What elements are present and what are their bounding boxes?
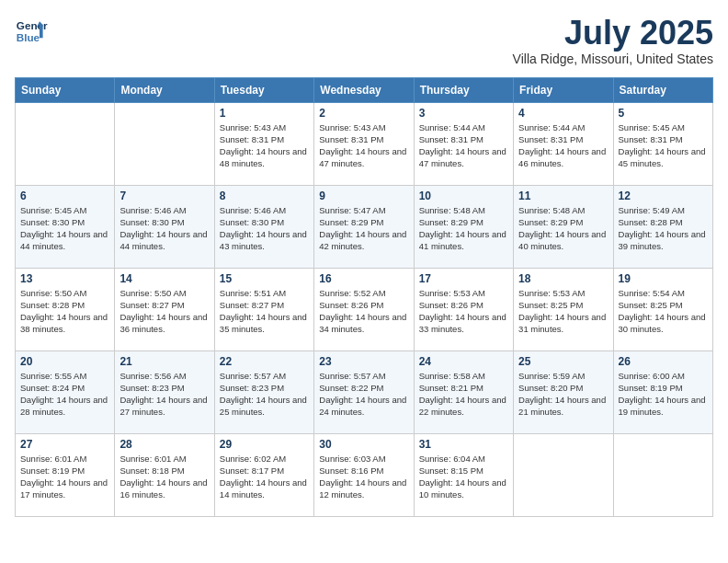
calendar-cell: 28Sunrise: 6:01 AMSunset: 8:18 PMDayligh… <box>115 433 214 516</box>
calendar-cell: 18Sunrise: 5:53 AMSunset: 8:25 PMDayligh… <box>514 268 613 350</box>
day-number: 10 <box>419 190 508 202</box>
day-detail: Sunrise: 5:55 AMSunset: 8:24 PMDaylight:… <box>20 370 109 419</box>
day-detail: Sunrise: 5:56 AMSunset: 8:23 PMDaylight:… <box>119 370 209 419</box>
weekday-header-wednesday: Wednesday <box>314 77 414 102</box>
calendar-week-3: 13Sunrise: 5:50 AMSunset: 8:28 PMDayligh… <box>16 268 713 350</box>
day-number: 25 <box>518 355 608 368</box>
day-number: 16 <box>319 272 408 285</box>
calendar-cell: 16Sunrise: 5:52 AMSunset: 8:26 PMDayligh… <box>314 268 414 350</box>
svg-text:General: General <box>17 19 48 31</box>
day-detail: Sunrise: 5:49 AMSunset: 8:28 PMDaylight:… <box>619 204 708 253</box>
day-number: 26 <box>619 355 708 368</box>
day-detail: Sunrise: 5:57 AMSunset: 8:23 PMDaylight:… <box>220 370 309 419</box>
day-detail: Sunrise: 6:02 AMSunset: 8:17 PMDaylight:… <box>220 453 309 501</box>
calendar-cell: 13Sunrise: 5:50 AMSunset: 8:28 PMDayligh… <box>16 268 115 350</box>
day-detail: Sunrise: 5:47 AMSunset: 8:29 PMDaylight:… <box>319 204 408 253</box>
day-number: 19 <box>619 272 708 285</box>
day-number: 6 <box>20 190 109 202</box>
day-number: 2 <box>319 107 408 120</box>
weekday-header-monday: Monday <box>115 77 214 102</box>
day-number: 7 <box>119 190 209 202</box>
day-number: 22 <box>220 355 309 368</box>
day-number: 12 <box>619 190 708 202</box>
calendar-cell: 8Sunrise: 5:46 AMSunset: 8:30 PMDaylight… <box>214 185 313 268</box>
day-number: 29 <box>220 438 309 451</box>
day-detail: Sunrise: 5:45 AMSunset: 8:31 PMDaylight:… <box>619 121 708 170</box>
calendar-cell <box>613 433 712 516</box>
calendar-cell: 26Sunrise: 6:00 AMSunset: 8:19 PMDayligh… <box>613 350 712 433</box>
day-detail: Sunrise: 6:00 AMSunset: 8:19 PMDaylight:… <box>619 370 708 419</box>
day-detail: Sunrise: 5:53 AMSunset: 8:26 PMDaylight:… <box>419 287 508 336</box>
calendar-cell: 10Sunrise: 5:48 AMSunset: 8:29 PMDayligh… <box>414 185 513 268</box>
day-detail: Sunrise: 5:59 AMSunset: 8:20 PMDaylight:… <box>518 370 608 419</box>
day-number: 20 <box>20 355 109 368</box>
calendar-cell <box>514 433 613 516</box>
calendar-cell: 9Sunrise: 5:47 AMSunset: 8:29 PMDaylight… <box>314 185 414 268</box>
calendar-cell: 21Sunrise: 5:56 AMSunset: 8:23 PMDayligh… <box>115 350 214 433</box>
day-number: 30 <box>319 438 408 451</box>
calendar-week-1: 1Sunrise: 5:43 AMSunset: 8:31 PMDaylight… <box>16 102 713 185</box>
day-detail: Sunrise: 5:46 AMSunset: 8:30 PMDaylight:… <box>119 204 209 253</box>
calendar-week-4: 20Sunrise: 5:55 AMSunset: 8:24 PMDayligh… <box>16 350 713 433</box>
month-title: July 2025 <box>513 15 713 52</box>
day-detail: Sunrise: 5:45 AMSunset: 8:30 PMDaylight:… <box>20 204 109 253</box>
weekday-header-tuesday: Tuesday <box>214 77 313 102</box>
day-number: 1 <box>220 107 309 120</box>
day-detail: Sunrise: 6:01 AMSunset: 8:18 PMDaylight:… <box>119 453 209 501</box>
calendar-cell: 22Sunrise: 5:57 AMSunset: 8:23 PMDayligh… <box>214 350 313 433</box>
day-detail: Sunrise: 5:48 AMSunset: 8:29 PMDaylight:… <box>518 204 608 253</box>
day-number: 11 <box>518 190 608 202</box>
calendar-cell: 12Sunrise: 5:49 AMSunset: 8:28 PMDayligh… <box>613 185 712 268</box>
day-detail: Sunrise: 6:04 AMSunset: 8:15 PMDaylight:… <box>419 453 508 501</box>
calendar-cell: 29Sunrise: 6:02 AMSunset: 8:17 PMDayligh… <box>214 433 313 516</box>
day-detail: Sunrise: 5:44 AMSunset: 8:31 PMDaylight:… <box>518 121 608 170</box>
day-detail: Sunrise: 5:43 AMSunset: 8:31 PMDaylight:… <box>220 121 309 170</box>
weekday-header-saturday: Saturday <box>613 77 712 102</box>
day-number: 15 <box>220 272 309 285</box>
day-detail: Sunrise: 6:01 AMSunset: 8:19 PMDaylight:… <box>20 453 109 501</box>
calendar-cell: 19Sunrise: 5:54 AMSunset: 8:25 PMDayligh… <box>613 268 712 350</box>
calendar-cell: 11Sunrise: 5:48 AMSunset: 8:29 PMDayligh… <box>514 185 613 268</box>
day-detail: Sunrise: 5:48 AMSunset: 8:29 PMDaylight:… <box>419 204 508 253</box>
weekday-header-friday: Friday <box>514 77 613 102</box>
day-detail: Sunrise: 5:58 AMSunset: 8:21 PMDaylight:… <box>419 370 508 419</box>
calendar-cell: 5Sunrise: 5:45 AMSunset: 8:31 PMDaylight… <box>613 102 712 185</box>
day-number: 8 <box>220 190 309 202</box>
day-number: 31 <box>419 438 508 451</box>
day-detail: Sunrise: 5:52 AMSunset: 8:26 PMDaylight:… <box>319 287 408 336</box>
day-number: 9 <box>319 190 408 202</box>
day-number: 27 <box>20 438 109 451</box>
day-number: 5 <box>619 107 708 120</box>
weekday-header-row: SundayMondayTuesdayWednesdayThursdayFrid… <box>16 77 713 102</box>
day-detail: Sunrise: 5:46 AMSunset: 8:30 PMDaylight:… <box>220 204 309 253</box>
calendar-week-5: 27Sunrise: 6:01 AMSunset: 8:19 PMDayligh… <box>16 433 713 516</box>
title-block: July 2025 Villa Ridge, Missouri, United … <box>513 15 713 66</box>
day-number: 3 <box>419 107 508 120</box>
location: Villa Ridge, Missouri, United States <box>513 52 713 66</box>
calendar-cell: 25Sunrise: 5:59 AMSunset: 8:20 PMDayligh… <box>514 350 613 433</box>
day-number: 28 <box>119 438 209 451</box>
calendar-cell <box>115 102 214 185</box>
calendar-cell: 17Sunrise: 5:53 AMSunset: 8:26 PMDayligh… <box>414 268 513 350</box>
day-detail: Sunrise: 6:03 AMSunset: 8:16 PMDaylight:… <box>319 453 408 501</box>
calendar-cell: 24Sunrise: 5:58 AMSunset: 8:21 PMDayligh… <box>414 350 513 433</box>
svg-text:Blue: Blue <box>17 31 40 43</box>
day-detail: Sunrise: 5:54 AMSunset: 8:25 PMDaylight:… <box>619 287 708 336</box>
day-detail: Sunrise: 5:43 AMSunset: 8:31 PMDaylight:… <box>319 121 408 170</box>
logo: General Blue <box>15 15 51 48</box>
weekday-header-sunday: Sunday <box>16 77 115 102</box>
calendar-cell: 14Sunrise: 5:50 AMSunset: 8:27 PMDayligh… <box>115 268 214 350</box>
day-number: 14 <box>119 272 209 285</box>
page-header: General Blue July 2025 Villa Ridge, Miss… <box>15 15 713 66</box>
day-number: 18 <box>518 272 608 285</box>
calendar-cell: 27Sunrise: 6:01 AMSunset: 8:19 PMDayligh… <box>16 433 115 516</box>
calendar-cell: 15Sunrise: 5:51 AMSunset: 8:27 PMDayligh… <box>214 268 313 350</box>
day-detail: Sunrise: 5:53 AMSunset: 8:25 PMDaylight:… <box>518 287 608 336</box>
day-detail: Sunrise: 5:44 AMSunset: 8:31 PMDaylight:… <box>419 121 508 170</box>
calendar-cell: 2Sunrise: 5:43 AMSunset: 8:31 PMDaylight… <box>314 102 414 185</box>
calendar-week-2: 6Sunrise: 5:45 AMSunset: 8:30 PMDaylight… <box>16 185 713 268</box>
day-number: 4 <box>518 107 608 120</box>
logo-icon: General Blue <box>15 15 48 48</box>
day-detail: Sunrise: 5:50 AMSunset: 8:28 PMDaylight:… <box>20 287 109 336</box>
calendar-cell: 1Sunrise: 5:43 AMSunset: 8:31 PMDaylight… <box>214 102 313 185</box>
